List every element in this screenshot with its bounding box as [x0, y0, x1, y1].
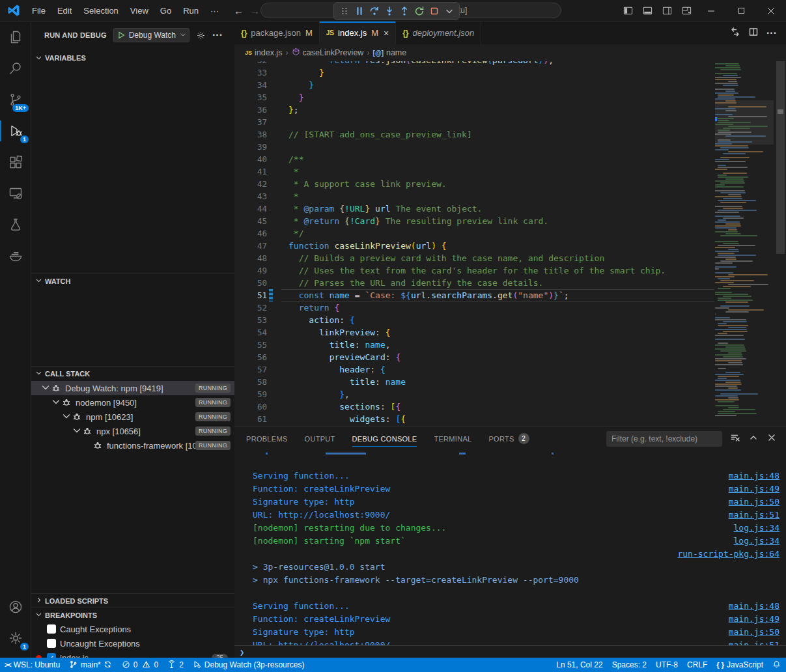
panel-tab-problems[interactable]: PROBLEMS [246, 427, 288, 450]
console-source-link[interactable]: main.js:51 [729, 509, 786, 522]
status-item-spaces-2[interactable]: Spaces: 2 [608, 658, 651, 672]
status-remote-wsl-ubuntu[interactable]: ><WSL: Ubuntu [0, 658, 64, 672]
call-stack-session[interactable]: functions-framework [106...RUNNING [31, 438, 234, 453]
chevron-down-icon[interactable] [51, 397, 61, 409]
launch-config-dropdown[interactable]: Debug Watch [113, 28, 189, 42]
debug-console-output[interactable]: Serving function...main.js:48Function: c… [234, 450, 786, 645]
code-line-54[interactable]: 54 linkPreview: { [234, 326, 786, 339]
code-line-51[interactable]: 51 const name = `Case: ${url.searchParam… [234, 289, 786, 301]
line-number[interactable]: 49 [234, 264, 267, 277]
breadcrumb[interactable]: JSindex.js›caseLinkPreview›[@]name [234, 44, 786, 61]
activity-account-icon[interactable] [0, 591, 31, 623]
activity-testing-icon[interactable] [0, 209, 31, 240]
code-line-50[interactable]: 50 // Parses the URL and identify the ca… [234, 277, 786, 289]
code-line-44[interactable]: 44 * @param {!URL} url The event object. [234, 203, 786, 215]
console-source-link[interactable]: main.js:49 [729, 483, 786, 496]
stop-icon[interactable] [427, 3, 442, 19]
breakpoint-row[interactable]: Uncaught Exceptions [31, 636, 234, 651]
close-tab-icon[interactable]: × [384, 28, 389, 38]
console-source-link[interactable]: log.js:34 [734, 535, 786, 548]
code-line-61[interactable]: 61 widgets: [{ [234, 413, 786, 425]
panel-tab-ports[interactable]: PORTS2 [488, 427, 529, 450]
status-item-crlf[interactable]: CRLF [682, 658, 712, 672]
console-source-link[interactable]: main.js:48 [729, 469, 786, 483]
console-source-link[interactable]: main.js:49 [729, 613, 786, 626]
code-line-59[interactable]: 59 }, [234, 388, 786, 400]
line-number[interactable]: 45 [234, 215, 267, 227]
call-stack-session[interactable]: Debug Watch: npm [9419]RUNNING [31, 381, 234, 395]
line-number[interactable]: 32 [234, 61, 267, 66]
chevron-down-icon[interactable] [72, 425, 82, 438]
menu-view[interactable]: View [124, 0, 154, 21]
panel-tab-output[interactable]: OUTPUT [305, 427, 335, 450]
code-line-35[interactable]: 35 } [234, 91, 786, 104]
step-over-icon[interactable] [367, 3, 382, 19]
activity-settings-gear-icon[interactable]: 1 [0, 623, 31, 654]
toggle-sidebar-icon[interactable] [618, 0, 638, 21]
line-number[interactable]: 51 [234, 289, 267, 301]
breadcrumb-item[interactable]: JSindex.js [245, 48, 282, 57]
menu-go[interactable]: Go [154, 0, 177, 21]
activity-run-debug-icon[interactable]: 1 [0, 115, 31, 147]
console-source-link[interactable]: main.js:51 [729, 639, 786, 645]
code-line-52[interactable]: 52 return { [234, 301, 786, 314]
console-filter-input[interactable]: Filter (e.g. text, !exclude) [606, 431, 722, 447]
code-line-37[interactable]: 37 [234, 116, 786, 128]
line-number[interactable]: 37 [234, 116, 267, 128]
code-line-33[interactable]: 33 } [234, 66, 786, 79]
step-out-icon[interactable] [397, 3, 412, 19]
breakpoint-row[interactable]: Caught Exceptions [31, 622, 234, 636]
menu-[interactable]: ··· [204, 0, 225, 21]
code-line-48[interactable]: 48 // Builds a preview card with the cas… [234, 252, 786, 264]
line-number[interactable]: 39 [234, 141, 267, 153]
activity-remote-explorer-icon[interactable] [0, 178, 31, 209]
line-number[interactable]: 42 [234, 178, 267, 190]
clear-console-icon[interactable] [730, 432, 740, 445]
console-source-link[interactable]: run-script-pkg.js:64 [677, 548, 786, 561]
chevron-down-icon[interactable] [442, 3, 456, 19]
split-editor-icon[interactable] [748, 27, 759, 40]
breakpoint-checkbox[interactable]: ✓ [47, 653, 56, 658]
activity-search-icon[interactable] [0, 53, 31, 84]
line-number[interactable]: 38 [234, 128, 267, 141]
status-debug-play-debug-watch-3p-resou[interactable]: Debug Watch (3p-resources) [188, 658, 309, 672]
editor-tab-deployment.json[interactable]: {}deployment.json [396, 21, 481, 44]
line-number[interactable]: 43 [234, 190, 267, 203]
toggle-panel-icon[interactable] [638, 0, 657, 21]
code-line-41[interactable]: 41 * [234, 165, 786, 178]
menu-selection[interactable]: Selection [77, 0, 124, 21]
watch-section-header[interactable]: WATCH [31, 273, 234, 288]
code-line-55[interactable]: 55 title: name, [234, 339, 786, 351]
code-line-38[interactable]: 38// [START add_ons_case_preview_link] [234, 128, 786, 141]
code-line-60[interactable]: 60 sections: [{ [234, 400, 786, 413]
line-number[interactable]: 54 [234, 326, 267, 339]
status-item-ln-51-col-22[interactable]: Ln 51, Col 22 [552, 658, 607, 672]
views-more-icon[interactable]: ··· [212, 29, 223, 41]
breadcrumb-item[interactable]: [@]name [373, 48, 407, 57]
compare-changes-icon[interactable] [730, 27, 740, 40]
code-line-40[interactable]: 40/** [234, 153, 786, 165]
line-number[interactable]: 50 [234, 277, 267, 289]
line-number[interactable]: 46 [234, 227, 267, 240]
breakpoint-checkbox[interactable] [47, 639, 56, 648]
forward-icon[interactable]: → [250, 5, 260, 16]
code-editor[interactable]: 32 return res.json(caseLinkPreview(parse… [234, 61, 786, 427]
chevron-down-icon[interactable] [61, 411, 72, 423]
code-line-46[interactable]: 46 */ [234, 227, 786, 240]
code-line-49[interactable]: 49 // Uses the text from the card's head… [234, 264, 786, 277]
breadcrumb-item[interactable]: caseLinkPreview [292, 48, 364, 58]
activity-source-control-icon[interactable]: 1K+ [0, 84, 31, 115]
step-into-icon[interactable] [382, 3, 397, 19]
maximize-panel-icon[interactable] [748, 432, 759, 445]
call-stack-session[interactable]: npx [10656]RUNNING [31, 424, 234, 438]
line-number[interactable]: 61 [234, 413, 267, 425]
customize-layout-icon[interactable] [677, 0, 696, 21]
line-number[interactable]: 34 [234, 79, 267, 91]
menu-file[interactable]: File [26, 0, 51, 21]
status-braces-javascript[interactable]: { }JavaScript [712, 658, 768, 672]
line-number[interactable]: 40 [234, 153, 267, 165]
line-number[interactable]: 55 [234, 339, 267, 351]
line-number[interactable]: 44 [234, 203, 267, 215]
line-number[interactable]: 47 [234, 240, 267, 252]
menu-edit[interactable]: Edit [51, 0, 77, 21]
